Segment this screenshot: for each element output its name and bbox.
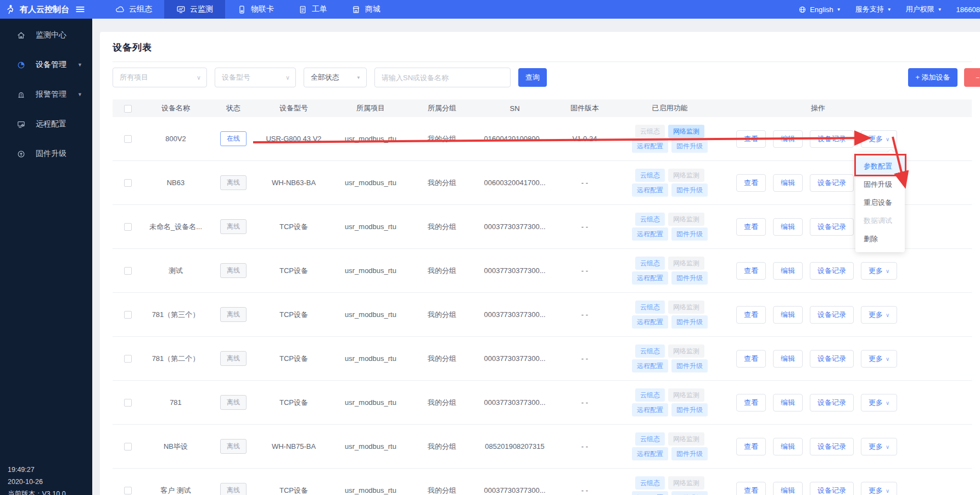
- more-button[interactable]: 更多∨: [861, 438, 897, 455]
- sidebar-item-5[interactable]: 固件升级: [0, 139, 92, 169]
- chevron-down-icon: ∨: [197, 74, 201, 81]
- row-checkbox[interactable]: [124, 223, 132, 231]
- edit-button[interactable]: 编辑: [773, 350, 803, 368]
- device-table: 设备名称状态设备型号所属项目所属分组SN固件版本已启用功能操作 800V2在线U…: [113, 99, 972, 495]
- row-checkbox[interactable]: [124, 135, 132, 143]
- device-record-button[interactable]: 设备记录: [810, 218, 854, 236]
- device-record-button[interactable]: 设备记录: [810, 438, 854, 455]
- more-button[interactable]: 更多∨: [861, 350, 897, 368]
- device-record-button[interactable]: 设备记录: [810, 482, 854, 495]
- cell-group: 我的分组: [412, 134, 472, 144]
- view-button[interactable]: 查看: [736, 130, 766, 148]
- feature-tag: 固件升级: [671, 491, 708, 495]
- view-button[interactable]: 查看: [736, 394, 766, 411]
- dropdown-item[interactable]: 重启设备: [855, 193, 905, 212]
- edit-button[interactable]: 编辑: [773, 130, 803, 148]
- view-button[interactable]: 查看: [736, 482, 766, 495]
- table-body: 800V2在线USR-G800 43 V2usr_modbus_rtu我的分组0…: [113, 117, 972, 495]
- nav-item-4[interactable]: 工单: [286, 0, 339, 19]
- device-record-button[interactable]: 设备记录: [810, 306, 854, 324]
- feature-tag-line: 远程配置固件升级: [612, 315, 727, 329]
- view-button[interactable]: 查看: [736, 218, 766, 236]
- row-checkbox[interactable]: [124, 487, 132, 494]
- edit-button[interactable]: 编辑: [773, 218, 803, 236]
- model-select[interactable]: 设备型号 ∨: [215, 68, 296, 87]
- column-header: 设备名称: [143, 103, 209, 113]
- edit-button[interactable]: 编辑: [773, 174, 803, 192]
- row-checkbox[interactable]: [124, 179, 132, 187]
- edit-button[interactable]: 编辑: [773, 306, 803, 324]
- sidebar-item-1[interactable]: 监测中心: [0, 20, 92, 50]
- more-button[interactable]: 更多∨: [861, 306, 897, 324]
- cell-features: 云组态网络监测远程配置固件升级: [612, 211, 727, 242]
- view-button[interactable]: 查看: [736, 174, 766, 192]
- table-row: 781（第二个）离线TCP设备usr_modbus_rtu我的分组0003773…: [113, 337, 972, 381]
- view-button[interactable]: 查看: [736, 438, 766, 455]
- feature-tag: 云组态: [635, 169, 665, 182]
- hamburger-menu-icon[interactable]: [75, 4, 86, 15]
- account-number[interactable]: 186608: [956, 5, 980, 14]
- row-checkbox[interactable]: [124, 267, 132, 275]
- nav-item-2[interactable]: 云监测: [164, 0, 225, 19]
- row-checkbox[interactable]: [124, 311, 132, 319]
- feature-tag: 远程配置: [632, 403, 668, 416]
- permissions-menu[interactable]: 用户权限 ▼: [906, 4, 942, 14]
- row-checkbox[interactable]: [124, 355, 132, 363]
- sidebar-item-4[interactable]: 远程配置: [0, 109, 92, 139]
- nav-item-5[interactable]: 商城: [339, 0, 393, 19]
- nav-item-3[interactable]: 物联卡: [225, 0, 286, 19]
- delete-device-button[interactable]: －: [964, 68, 980, 87]
- usr-person-logo-icon: [5, 4, 16, 15]
- more-button[interactable]: 更多∨: [861, 482, 897, 495]
- feature-tag-line: 远程配置固件升级: [612, 403, 727, 416]
- view-button[interactable]: 查看: [736, 350, 766, 368]
- chevron-down-icon: ▼: [938, 7, 942, 12]
- select-all-checkbox[interactable]: [124, 105, 132, 113]
- language-switcher[interactable]: English ▼: [798, 5, 841, 14]
- support-menu[interactable]: 服务支持 ▼: [855, 4, 892, 14]
- device-record-button[interactable]: 设备记录: [810, 130, 854, 148]
- cell-device-model: TCP设备: [258, 310, 329, 320]
- view-button[interactable]: 查看: [736, 306, 766, 324]
- nav-item-1[interactable]: 云组态: [103, 0, 164, 19]
- cell-group: 我的分组: [412, 222, 472, 232]
- cell-device-model: USR-G800 43 V2: [258, 135, 329, 143]
- more-button[interactable]: 更多∨: [861, 394, 897, 411]
- feature-tag: 云组态: [635, 257, 665, 270]
- edit-button[interactable]: 编辑: [773, 438, 803, 455]
- cell-features: 云组态网络监测远程配置固件升级: [612, 299, 727, 330]
- cell-project: usr_modbus_rtu: [329, 135, 412, 143]
- device-record-button[interactable]: 设备记录: [810, 350, 854, 368]
- cell-device-name: 800V2: [143, 135, 209, 143]
- cell-group: 我的分组: [412, 398, 472, 408]
- add-device-button[interactable]: + 添加设备: [908, 68, 957, 87]
- device-record-button[interactable]: 设备记录: [810, 394, 854, 411]
- more-actions-dropdown: 参数配置固件升级重启设备数据调试删除: [855, 153, 905, 252]
- app-title: 有人云控制台: [20, 4, 69, 15]
- edit-button[interactable]: 编辑: [773, 482, 803, 495]
- project-select[interactable]: 所有项目 ∨: [113, 68, 207, 87]
- edit-button[interactable]: 编辑: [773, 394, 803, 411]
- edit-button[interactable]: 编辑: [773, 262, 803, 280]
- more-button[interactable]: 更多∨: [861, 130, 897, 148]
- status-select[interactable]: 全部状态 ▼: [304, 68, 367, 87]
- row-actions: 查看编辑设备记录更多∨: [727, 306, 972, 324]
- sidebar-item-3[interactable]: 报警管理▼: [0, 80, 92, 109]
- sidebar-item-2[interactable]: 设备管理▼: [0, 50, 92, 80]
- dropdown-item[interactable]: 参数配置: [855, 157, 905, 175]
- device-record-button[interactable]: 设备记录: [810, 174, 854, 192]
- column-header: 已启用功能: [612, 103, 727, 113]
- dropdown-item[interactable]: 固件升级: [855, 175, 905, 193]
- search-input[interactable]: [374, 68, 511, 87]
- row-actions: 查看编辑设备记录更多∨: [727, 394, 972, 411]
- cell-device-name: 781（第二个）: [143, 354, 209, 364]
- search-button[interactable]: 查询: [518, 68, 547, 87]
- device-record-button[interactable]: 设备记录: [810, 262, 854, 280]
- logo[interactable]: 有人云控制台: [0, 4, 92, 15]
- more-button[interactable]: 更多∨: [861, 262, 897, 280]
- cell-features: 云组态网络监测远程配置固件升级: [612, 167, 727, 198]
- view-button[interactable]: 查看: [736, 262, 766, 280]
- row-checkbox[interactable]: [124, 443, 132, 450]
- row-checkbox[interactable]: [124, 399, 132, 407]
- dropdown-item[interactable]: 删除: [855, 230, 905, 248]
